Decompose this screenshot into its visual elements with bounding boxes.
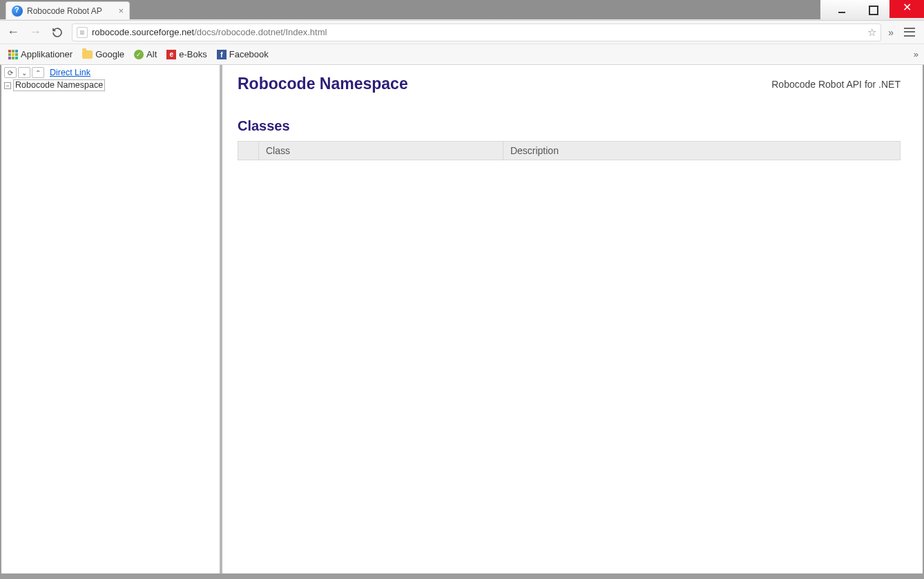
main-panel[interactable]: Robocode Namespace Robocode Robot API fo… xyxy=(222,65,923,573)
bookmark-alt[interactable]: ✓ Alt xyxy=(131,48,160,61)
overflow-chevron-icon[interactable]: » xyxy=(888,27,894,38)
sidebar-toolbar: ⟳ ⌄ ⌃ Direct Link xyxy=(3,66,220,79)
bookmark-star-icon[interactable]: ☆ xyxy=(867,26,876,39)
tree-root[interactable]: −Robocode Namespace xyxy=(4,79,220,91)
favicon-icon xyxy=(12,6,23,17)
col-icon xyxy=(238,142,259,160)
circle-icon: ✓ xyxy=(134,50,144,59)
reload-button[interactable] xyxy=(50,25,65,40)
url-input[interactable]: 🗎 robocode.sourceforge.net /docs/robocod… xyxy=(72,23,881,41)
browser-tab[interactable]: Robocode Robot AP × xyxy=(6,1,130,19)
content-area: ⟳ ⌄ ⌃ Direct Link −Robocode Namespace Ro… xyxy=(0,65,924,575)
apps-icon xyxy=(8,50,18,59)
bookmark-facebook[interactable]: f Facebook xyxy=(214,48,271,61)
window-titlebar: Robocode Robot AP × xyxy=(0,0,924,21)
address-bar: ← → 🗎 robocode.sourceforge.net /docs/rob… xyxy=(0,21,924,44)
url-path: /docs/robocode.dotnet/Index.html xyxy=(194,27,327,37)
back-button[interactable]: ← xyxy=(6,25,21,40)
window-close-button[interactable] xyxy=(889,0,924,18)
expand-icon[interactable]: ⌄ xyxy=(18,67,30,78)
col-desc: Description xyxy=(503,142,900,160)
browser-menu-button[interactable] xyxy=(901,25,918,40)
classes-table: Class Description xyxy=(238,141,901,160)
tab-close-icon[interactable]: × xyxy=(118,6,124,16)
sync-icon[interactable]: ⟳ xyxy=(4,67,17,78)
direct-link[interactable]: Direct Link xyxy=(50,68,90,77)
page-icon: 🗎 xyxy=(77,27,88,38)
window-border-bottom xyxy=(0,575,924,579)
bookmark-eboks[interactable]: e e-Boks xyxy=(164,48,209,61)
apps-shortcut[interactable]: Applikationer xyxy=(6,48,75,61)
sidebar-tree[interactable]: ⟳ ⌄ ⌃ Direct Link −Robocode Namespace xyxy=(1,65,222,573)
folder-icon xyxy=(82,50,93,59)
bookmarks-bar: Applikationer Google ✓ Alt e e-Boks f Fa… xyxy=(0,44,924,65)
bookmarks-overflow-icon[interactable]: » xyxy=(914,49,918,59)
window-minimize-button[interactable] xyxy=(826,3,858,18)
section-classes: Classes xyxy=(238,118,901,134)
col-class: Class xyxy=(259,142,503,160)
bookmark-folder[interactable]: Google xyxy=(79,48,127,61)
page-subtitle: Robocode Robot API for .NET xyxy=(771,79,901,90)
apps-label: Applikationer xyxy=(21,49,73,59)
collapse-icon[interactable]: ⌃ xyxy=(32,67,44,78)
eboks-icon: e xyxy=(166,50,176,59)
facebook-icon: f xyxy=(217,50,227,59)
window-controls xyxy=(826,3,924,18)
page-title: Robocode Namespace xyxy=(238,75,408,93)
window-maximize-button[interactable] xyxy=(858,3,889,18)
tab-title: Robocode Robot AP xyxy=(27,6,102,16)
forward-button[interactable]: → xyxy=(28,25,43,40)
browser-tabstrip: Robocode Robot AP × xyxy=(0,0,820,19)
url-host: robocode.sourceforge.net xyxy=(92,27,194,37)
